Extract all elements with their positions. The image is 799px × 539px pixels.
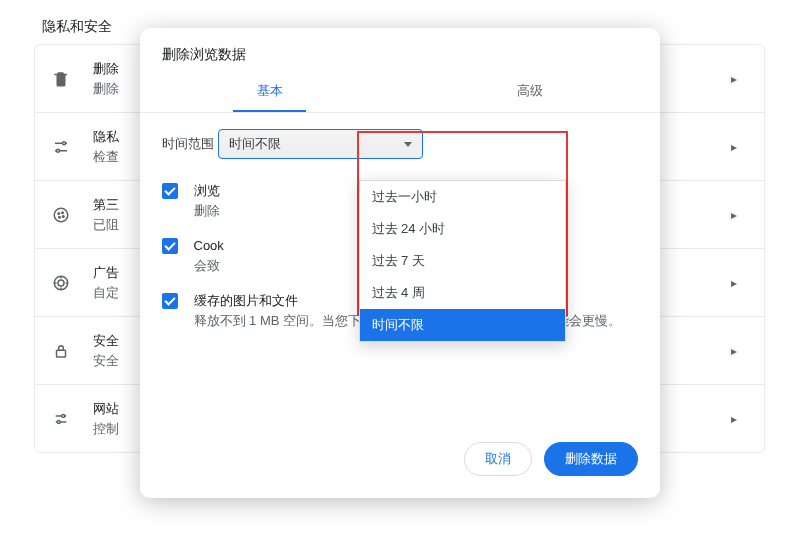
dropdown-option-last-24h[interactable]: 过去 24 小时	[360, 213, 565, 245]
check-title: Cook	[194, 236, 224, 256]
tab-basic[interactable]: 基本	[140, 72, 400, 112]
dropdown-option-all-time[interactable]: 时间不限	[360, 309, 565, 341]
check-sub: 会致	[194, 256, 224, 276]
dialog-clear-data: 删除浏览数据 基本 高级 时间范围 时间不限 浏览 删除	[140, 28, 660, 498]
checkbox-cache[interactable]	[162, 293, 178, 309]
tab-advanced[interactable]: 高级	[400, 72, 660, 112]
cancel-button[interactable]: 取消	[464, 442, 532, 476]
dropdown-option-last-hour[interactable]: 过去一小时	[360, 181, 565, 213]
confirm-button[interactable]: 删除数据	[544, 442, 638, 476]
check-sub: 删除	[194, 201, 220, 221]
time-range-select[interactable]: 时间不限	[218, 129, 423, 159]
caret-down-icon	[404, 142, 412, 147]
dropdown-option-last-7d[interactable]: 过去 7 天	[360, 245, 565, 277]
dialog-overlay: 删除浏览数据 基本 高级 时间范围 时间不限 浏览 删除	[0, 0, 799, 539]
dialog-title: 删除浏览数据	[140, 28, 660, 72]
select-value: 时间不限	[229, 135, 281, 153]
time-range-label: 时间范围	[162, 135, 218, 153]
check-title: 浏览	[194, 181, 220, 201]
checkbox-history[interactable]	[162, 183, 178, 199]
dialog-actions: 取消 删除数据	[140, 424, 660, 498]
checkbox-cookies[interactable]	[162, 238, 178, 254]
dropdown-option-last-4w[interactable]: 过去 4 周	[360, 277, 565, 309]
time-range-dropdown: 过去一小时 过去 24 小时 过去 7 天 过去 4 周 时间不限	[359, 180, 566, 342]
dialog-tabs: 基本 高级	[140, 72, 660, 113]
